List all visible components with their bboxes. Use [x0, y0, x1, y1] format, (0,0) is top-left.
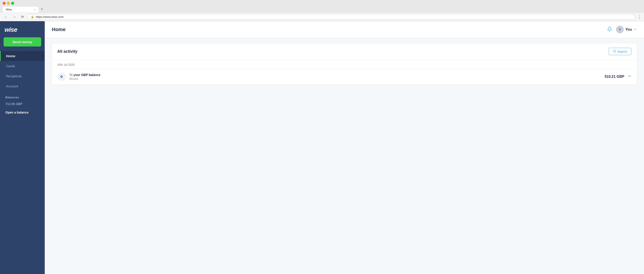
close-button[interactable]	[3, 2, 6, 5]
browser-chrome: Wise × + ← → ⟳ 🔒 https://www.wise.com ⋮	[0, 0, 644, 21]
header-right: Y You	[607, 26, 637, 33]
url-text: https://www.wise.com	[36, 15, 64, 18]
search-button[interactable]: Search	[609, 48, 632, 55]
expand-icon[interactable]	[628, 74, 632, 79]
svg-line-1	[615, 52, 616, 52]
transaction-description: To your GBP balance	[69, 73, 605, 77]
balances-label: Balances	[0, 91, 45, 101]
activity-header: All activity Search	[52, 43, 637, 60]
browser-menu-icon[interactable]: ⋮	[637, 14, 641, 19]
sidebar-item-account[interactable]: Account	[0, 81, 45, 91]
search-label: Search	[618, 50, 627, 53]
sidebar: wise Send money Home Cards Recipients Ac…	[0, 21, 45, 274]
maximize-button[interactable]	[11, 2, 14, 5]
search-icon	[613, 50, 616, 53]
send-money-button[interactable]: Send money	[4, 37, 41, 46]
new-tab-button[interactable]: +	[39, 6, 45, 12]
activity-title: All activity	[57, 49, 77, 54]
main-header: Home Y You	[45, 21, 644, 38]
table-row[interactable]: To your GBP balance Moved 510.21 GBP	[52, 69, 637, 84]
lock-icon: 🔒	[31, 15, 34, 18]
transaction-amount: 510.21 GBP	[605, 75, 624, 79]
sidebar-logo: wise	[0, 21, 45, 37]
traffic-lights	[3, 2, 14, 5]
avatar: Y	[616, 26, 624, 33]
transaction-info: To your GBP balance Moved	[69, 73, 605, 80]
user-info[interactable]: Y You	[616, 26, 637, 33]
minimize-button[interactable]	[7, 2, 10, 5]
back-button[interactable]: ←	[3, 14, 9, 19]
app-container: wise Send money Home Cards Recipients Ac…	[0, 21, 644, 274]
main-content: Home Y You	[45, 21, 644, 274]
to-prefix: To	[69, 73, 74, 77]
tab-title: Wise	[6, 8, 12, 11]
notification-bell-icon[interactable]	[607, 26, 612, 33]
logo-text: wise	[4, 26, 17, 33]
sidebar-item-cards[interactable]: Cards	[0, 61, 45, 71]
balance-amount: 712.65 GBP	[0, 101, 45, 109]
sidebar-item-home[interactable]: Home	[0, 51, 45, 61]
reload-button[interactable]: ⟳	[20, 14, 25, 19]
date-label: 20th Jul 2020	[52, 60, 637, 69]
forward-button[interactable]: →	[11, 14, 18, 19]
chevron-down-icon	[634, 28, 637, 31]
tab-close-icon[interactable]: ×	[34, 8, 35, 11]
browser-tab[interactable]: Wise ×	[3, 7, 38, 12]
transaction-icon	[57, 72, 66, 81]
user-name: You	[626, 27, 632, 31]
address-bar[interactable]: 🔒 https://www.wise.com	[28, 14, 635, 20]
open-balance-link[interactable]: Open a balance	[0, 109, 45, 116]
activity-section: All activity Search 20th Jul 2020	[52, 43, 637, 84]
transaction-status: Moved	[69, 77, 605, 80]
page-title: Home	[52, 26, 66, 32]
sidebar-item-recipients[interactable]: Recipients	[0, 71, 45, 81]
address-bar-container: ← → ⟳ 🔒 https://www.wise.com ⋮	[0, 12, 644, 21]
transaction-target: your GBP balance	[74, 73, 100, 77]
